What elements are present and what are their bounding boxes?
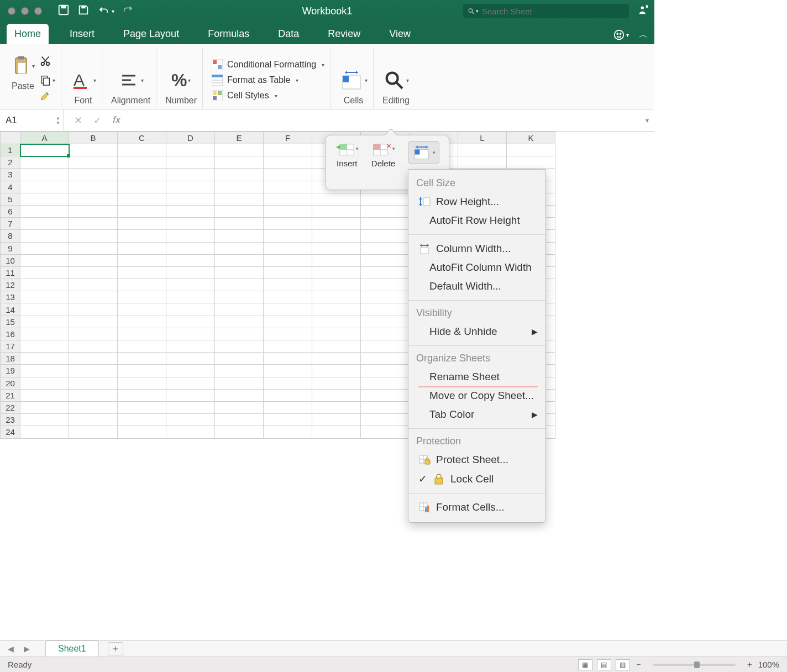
cell[interactable] — [20, 353, 69, 365]
cell[interactable] — [264, 316, 312, 328]
menu-format-cells[interactable]: Format Cells... — [408, 498, 545, 517]
cell[interactable] — [20, 279, 69, 291]
row-header[interactable]: 8 — [1, 230, 20, 242]
cell[interactable] — [264, 353, 312, 365]
cell[interactable] — [264, 340, 312, 353]
cell[interactable] — [264, 181, 312, 193]
cell[interactable] — [69, 291, 118, 303]
cell[interactable] — [69, 218, 118, 230]
cell[interactable] — [312, 291, 361, 303]
cell[interactable] — [20, 401, 69, 413]
cell[interactable] — [69, 426, 118, 438]
cell[interactable] — [166, 316, 215, 328]
cell[interactable] — [20, 242, 69, 254]
cell[interactable] — [264, 426, 312, 438]
cell[interactable] — [312, 205, 361, 217]
cell[interactable] — [312, 401, 361, 413]
cell[interactable] — [69, 340, 118, 353]
cell[interactable] — [20, 144, 69, 156]
cell[interactable] — [69, 279, 118, 291]
cell[interactable] — [166, 156, 215, 169]
cell[interactable] — [361, 279, 410, 291]
alignment-button[interactable]: ▾ Alignment — [111, 68, 150, 106]
cell[interactable] — [20, 254, 69, 266]
cell[interactable] — [361, 389, 410, 401]
row-header[interactable]: 24 — [1, 426, 20, 438]
cell[interactable] — [118, 365, 166, 377]
cell[interactable] — [166, 242, 215, 254]
cell[interactable] — [215, 230, 264, 242]
cell[interactable] — [264, 291, 312, 303]
menu-rename-sheet[interactable]: Rename Sheet — [408, 368, 545, 386]
cell[interactable] — [69, 205, 118, 217]
column-header[interactable]: E — [215, 132, 264, 144]
cell[interactable] — [118, 266, 166, 279]
cell[interactable] — [312, 254, 361, 266]
cell[interactable] — [118, 144, 166, 156]
cell[interactable] — [20, 414, 69, 426]
cell[interactable] — [361, 401, 410, 413]
cell[interactable] — [69, 156, 118, 169]
cell[interactable] — [215, 353, 264, 365]
cell[interactable] — [166, 377, 215, 389]
cut-icon[interactable] — [39, 55, 55, 70]
search-sheet[interactable]: ▾ — [463, 4, 629, 18]
row-header[interactable]: 12 — [1, 279, 20, 291]
cell[interactable] — [118, 401, 166, 413]
cell[interactable] — [20, 303, 69, 316]
row-header[interactable]: 5 — [1, 193, 20, 205]
cell[interactable] — [215, 242, 264, 254]
column-header[interactable]: L — [458, 132, 507, 144]
feedback-icon[interactable]: ▾ — [613, 29, 629, 41]
cell[interactable] — [118, 279, 166, 291]
cell[interactable] — [361, 230, 410, 242]
row-header[interactable]: 19 — [1, 365, 20, 377]
cell[interactable] — [264, 266, 312, 279]
cell[interactable] — [20, 291, 69, 303]
menu-hide-unhide[interactable]: Hide & Unhide▶ — [408, 322, 545, 341]
cell[interactable] — [20, 365, 69, 377]
cell[interactable] — [166, 230, 215, 242]
cell[interactable] — [312, 365, 361, 377]
cell[interactable] — [166, 193, 215, 205]
row-header[interactable]: 4 — [1, 181, 20, 193]
cell[interactable] — [215, 389, 264, 401]
paste-button[interactable]: ▾ Paste — [11, 54, 35, 91]
undo-icon[interactable]: ▾ — [97, 5, 114, 17]
cell[interactable] — [215, 414, 264, 426]
cell[interactable] — [312, 340, 361, 353]
share-icon[interactable] — [638, 4, 650, 19]
cell[interactable] — [361, 328, 410, 340]
cell[interactable] — [69, 401, 118, 413]
cell[interactable] — [69, 144, 118, 156]
column-header[interactable]: K — [507, 132, 555, 144]
cell[interactable] — [69, 328, 118, 340]
cell[interactable] — [166, 401, 215, 413]
cell[interactable] — [215, 169, 264, 181]
cell[interactable] — [20, 169, 69, 181]
cell[interactable] — [215, 291, 264, 303]
menu-lock-cell[interactable]: ✓ Lock Cell — [408, 469, 545, 489]
cell[interactable] — [166, 353, 215, 365]
cell[interactable] — [118, 353, 166, 365]
cell[interactable] — [118, 377, 166, 389]
row-header[interactable]: 14 — [1, 303, 20, 316]
cell[interactable] — [312, 316, 361, 328]
menu-move-or-copy-sheet[interactable]: Move or Copy Sheet... — [408, 386, 545, 405]
cell[interactable] — [166, 328, 215, 340]
cell[interactable] — [69, 266, 118, 279]
cell[interactable] — [312, 193, 361, 205]
cell[interactable] — [264, 365, 312, 377]
cell[interactable] — [166, 169, 215, 181]
cell[interactable] — [69, 169, 118, 181]
tab-page-layout[interactable]: Page Layout — [116, 24, 187, 44]
column-header[interactable]: C — [118, 132, 166, 144]
cell[interactable] — [264, 230, 312, 242]
cell[interactable] — [166, 365, 215, 377]
row-header[interactable]: 15 — [1, 316, 20, 328]
cell[interactable] — [69, 242, 118, 254]
row-header[interactable]: 18 — [1, 353, 20, 365]
format-painter-icon[interactable] — [39, 91, 55, 106]
row-header[interactable]: 21 — [1, 389, 20, 401]
menu-row-height[interactable]: Row Height... — [408, 192, 545, 211]
